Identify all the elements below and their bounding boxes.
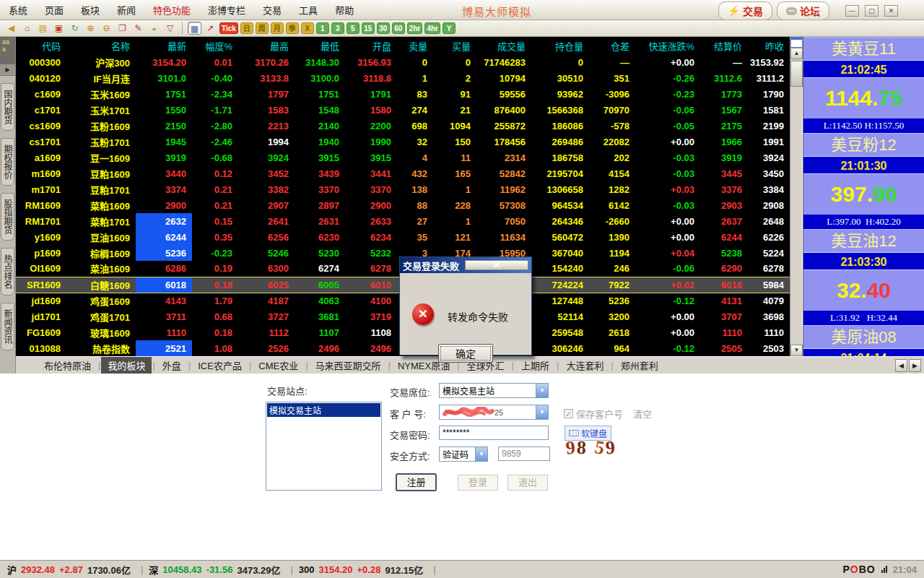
cell[interactable]: — — [700, 54, 748, 70]
cell[interactable]: 3376 — [700, 181, 748, 197]
cell[interactable]: 3681 — [295, 309, 345, 324]
cell[interactable]: 1108 — [345, 324, 397, 340]
board-tab-外盘[interactable]: 外盘 — [156, 357, 188, 374]
cell[interactable]: 2 — [433, 70, 476, 86]
quote-card[interactable]: 美黄豆1121:02:451144.75L:1142.50 H:1157.50 — [803, 37, 924, 133]
column-header-卖量[interactable]: 卖量 — [397, 37, 433, 54]
cell[interactable]: 3133.8 — [238, 70, 295, 86]
cell[interactable]: 4 — [397, 150, 433, 165]
sidebar-expand-button[interactable]: ▶ — [0, 64, 15, 76]
sidebar-tab-期权报价[interactable]: 期权报价 — [1, 138, 14, 186]
cell[interactable]: 259548 — [531, 324, 589, 340]
cell[interactable]: 3924 — [238, 150, 295, 165]
cell[interactable]: 6244 — [136, 229, 192, 245]
cell[interactable]: cs1701 — [16, 134, 66, 150]
cell[interactable]: 3450 — [748, 165, 790, 181]
menu-新闻[interactable]: 新闻 — [108, 1, 144, 19]
column-header-结算价[interactable]: 结算价 — [700, 37, 748, 54]
login-button[interactable]: 登录 — [458, 475, 498, 491]
menu-帮助[interactable]: 帮助 — [326, 1, 362, 19]
board-tab-ICE农产品[interactable]: ICE农产品 — [191, 357, 248, 374]
cell[interactable]: 2521 — [136, 340, 192, 356]
scrollbar-thumb[interactable] — [790, 61, 803, 87]
column-header-仓差[interactable]: 仓差 — [589, 37, 635, 54]
cell[interactable]: 菜粕1701 — [66, 213, 136, 229]
cell[interactable]: 5238 — [700, 245, 748, 261]
column-header-买量[interactable]: 买量 — [433, 37, 476, 54]
cell[interactable]: 59556 — [476, 86, 531, 102]
cell[interactable]: 264346 — [531, 213, 589, 229]
cell[interactable]: 1791 — [345, 86, 397, 102]
cell[interactable]: -0.03 — [635, 165, 700, 181]
cell[interactable]: 0.68 — [192, 309, 238, 324]
cell[interactable]: c1609 — [16, 86, 66, 102]
cell[interactable]: 2175 — [700, 118, 748, 134]
cell[interactable]: 2897 — [295, 197, 345, 213]
cell[interactable]: 228 — [433, 197, 476, 213]
column-header-昨收[interactable]: 昨收 — [748, 37, 790, 54]
cell[interactable]: 6234 — [345, 229, 397, 245]
tabs-scroll-left-button[interactable]: ◀ — [895, 359, 907, 372]
cell[interactable]: 32 — [397, 134, 433, 150]
cell[interactable]: 1945 — [136, 134, 192, 150]
cell[interactable]: +0.00 — [635, 229, 700, 245]
sidebar-tab-新闻资讯[interactable]: 新闻资讯 — [1, 303, 14, 350]
cell[interactable]: 040120 — [16, 70, 66, 86]
close-button[interactable]: ✕ — [884, 5, 898, 17]
cell[interactable]: OI1609 — [16, 261, 66, 277]
minimize-button[interactable]: — — [845, 5, 859, 17]
filter-icon[interactable]: ▽ — [163, 22, 177, 35]
column-header-名称[interactable]: 名称 — [66, 37, 136, 54]
maximize-button[interactable]: ▢ — [865, 5, 879, 17]
cell[interactable]: 2199 — [748, 118, 790, 134]
cell[interactable]: 6244 — [700, 229, 748, 245]
cell[interactable]: 013088 — [16, 340, 66, 356]
cell[interactable]: -2.80 — [192, 118, 238, 134]
cell[interactable]: 3374 — [136, 181, 192, 197]
cell[interactable]: 88 — [397, 197, 433, 213]
cell[interactable]: 豆粕1609 — [66, 165, 136, 181]
cell[interactable]: 棕榈1609 — [66, 245, 136, 261]
cell[interactable]: 6230 — [295, 229, 345, 245]
cell[interactable]: 165 — [433, 165, 476, 181]
cell[interactable]: 0.21 — [192, 181, 238, 197]
cell[interactable]: 1583 — [238, 102, 295, 118]
save-client-checkbox[interactable]: ✓ — [564, 409, 573, 418]
cell[interactable]: 0.01 — [192, 54, 238, 70]
station-listbox[interactable]: 模拟交易主站 — [266, 402, 382, 491]
cell[interactable]: 202 — [589, 150, 635, 165]
cell[interactable]: 1548 — [295, 102, 345, 118]
cell[interactable]: 2648 — [748, 213, 790, 229]
cell[interactable]: 27 — [397, 213, 433, 229]
cell[interactable]: 2496 — [295, 340, 345, 356]
cell[interactable]: 91 — [433, 86, 476, 102]
column-header-开盘[interactable]: 开盘 — [345, 37, 397, 54]
cell[interactable]: 2900 — [345, 197, 397, 213]
cell[interactable]: 玉粉1701 — [66, 134, 136, 150]
cell[interactable]: 11 — [433, 150, 476, 165]
cell[interactable]: 3452 — [238, 165, 295, 181]
cell[interactable]: 2632 — [136, 213, 192, 229]
period-button-季[interactable]: 季 — [286, 22, 299, 34]
sidebar-tab-国内期货[interactable]: 国内期货 — [1, 83, 14, 131]
cell[interactable]: -578 — [589, 118, 635, 134]
quote-card[interactable]: 美豆粉1221:01:30397.90L:397.00 H:402.20 — [803, 133, 924, 229]
trend-chart-icon[interactable]: ↗ — [204, 22, 217, 35]
period-button-1[interactable]: 1 — [316, 22, 329, 34]
cell[interactable]: 57308 — [476, 197, 531, 213]
chevron-down-icon[interactable]: ▼ — [536, 384, 548, 397]
cell[interactable]: 2903 — [700, 197, 748, 213]
forum-button[interactable]: ••• 论坛 — [777, 1, 829, 20]
period-button-周[interactable]: 周 — [256, 22, 269, 34]
cell[interactable]: y1609 — [16, 229, 66, 245]
cell[interactable]: 1550 — [136, 102, 192, 118]
cell[interactable]: 274 — [397, 102, 433, 118]
cell[interactable]: 1.08 — [192, 340, 238, 356]
cell[interactable]: 豆粕1701 — [66, 181, 136, 197]
cell[interactable]: -0.26 — [635, 70, 700, 86]
cell[interactable]: 186086 — [531, 118, 589, 134]
cell[interactable]: 2526 — [238, 340, 295, 356]
cell[interactable]: 6226 — [748, 229, 790, 245]
cell[interactable]: 玉米1609 — [66, 86, 136, 102]
cell[interactable]: 沪深300 — [66, 54, 136, 70]
